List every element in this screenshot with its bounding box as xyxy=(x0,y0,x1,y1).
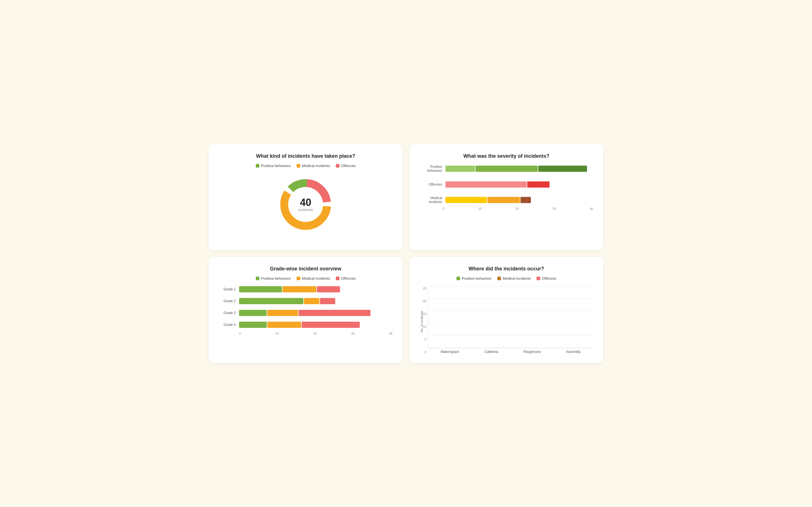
chart4-legend-medical: Medical incidents xyxy=(497,276,531,281)
donut-chart: 40 incidents xyxy=(277,176,334,233)
donut-sublabel: incidents xyxy=(298,208,313,212)
grid-overlay xyxy=(428,286,593,348)
severity-seg-p2 xyxy=(476,166,538,172)
severity-seg-m2 xyxy=(488,197,520,203)
severity-chart: Positivebehaviour Offences Medicalincide… xyxy=(419,165,593,210)
chart4-offences-label: Offences xyxy=(542,276,557,281)
severity-label-medical: Medicalincidents xyxy=(419,196,442,204)
grade-1-bar xyxy=(239,286,393,292)
x-label-playground: Playground xyxy=(523,350,541,354)
chart4-offences-dot xyxy=(537,277,540,280)
chart4-title: Where did the incidents occur? xyxy=(419,266,593,272)
g2-medical xyxy=(304,298,319,304)
chart3-legend: Positive behaviour Medical incidents Off… xyxy=(219,276,393,281)
grade-row-1: Grade 1 xyxy=(219,286,393,292)
donut-total: 40 xyxy=(298,198,313,208)
grade-4-bar xyxy=(239,322,393,328)
legend-offences: Offences xyxy=(336,164,356,168)
chart4-medical-label: Medical incidents xyxy=(503,276,531,281)
chart3-legend-positive: Positive behaviour xyxy=(256,276,291,281)
grade-chart: Grade 1 Grade 2 Grade 3 xyxy=(219,286,393,335)
grade-row-3: Grade 3 xyxy=(219,310,393,316)
legend-positive-label: Positive behaviour xyxy=(261,164,291,168)
severity-seg-p1 xyxy=(446,166,475,172)
g1-medical xyxy=(283,286,316,292)
severity-seg-m1 xyxy=(446,197,487,203)
grouped-chart-inner: Makerspace Cafeteria Playground Assembly xyxy=(428,286,593,354)
severity-bar-offences xyxy=(446,181,593,187)
x-label-makerspace: Makerspace xyxy=(441,350,459,354)
y-axis-label: No. of incidents xyxy=(420,311,423,332)
g3-offences xyxy=(299,310,371,316)
chart3-offences-dot xyxy=(336,277,340,280)
x-label-cafeteria: Cafeteria xyxy=(485,350,498,354)
chart4-legend: Positive behaviour Medical incidents Off… xyxy=(419,276,593,281)
severity-bar-positive xyxy=(446,166,593,172)
grade-row-2: Grade 2 xyxy=(219,298,393,304)
card-severity: What was the severity of incidents? Posi… xyxy=(409,144,603,250)
grade-row-4: Grade 4 xyxy=(219,322,393,328)
g2-offences xyxy=(320,298,335,304)
severity-label-positive: Positivebehaviour xyxy=(419,165,442,173)
legend-medical: Medical incidents xyxy=(297,164,330,168)
chart4-legend-offences: Offences xyxy=(537,276,557,281)
severity-seg-o2 xyxy=(527,181,550,187)
positive-color-dot xyxy=(256,164,259,168)
chart1-title: What kind of incidents have taken place? xyxy=(219,153,393,159)
chart3-medical-dot xyxy=(297,277,300,280)
severity-bar-medical xyxy=(446,197,593,203)
grade-2-label: Grade 2 xyxy=(219,299,236,303)
severity-row-positive: Positivebehaviour xyxy=(419,165,593,173)
card-incident-types: What kind of incidents have taken place?… xyxy=(209,144,403,250)
grade-2-bar xyxy=(239,298,393,304)
chart4-positive-label: Positive behaviour xyxy=(462,276,492,281)
grade-3-bar xyxy=(239,310,393,316)
severity-label-offences: Offences xyxy=(419,182,442,186)
chart3-legend-medical: Medical incidents xyxy=(297,276,330,281)
chart3-legend-offences: Offences xyxy=(336,276,356,281)
severity-row-offences: Offences xyxy=(419,181,593,187)
grade-4-label: Grade 4 xyxy=(219,323,236,327)
legend-medical-label: Medical incidents xyxy=(302,164,330,168)
card-location: Where did the incidents occur? Positive … xyxy=(409,257,603,363)
medical-color-dot xyxy=(297,164,300,168)
legend-offences-label: Offences xyxy=(341,164,356,168)
chart1-legend: Positive behaviour Medical incidents Off… xyxy=(219,164,393,168)
chart4-positive-dot xyxy=(456,277,460,280)
legend-positive: Positive behaviour xyxy=(256,164,291,168)
chart2-title: What was the severity of incidents? xyxy=(419,153,593,159)
x-axis-labels: Makerspace Cafeteria Playground Assembly xyxy=(428,348,593,354)
grade-1-label: Grade 1 xyxy=(219,287,236,291)
severity-seg-p3 xyxy=(538,166,587,172)
offences-color-dot xyxy=(336,164,340,168)
chart4-legend-positive: Positive behaviour xyxy=(456,276,492,281)
g2-positive xyxy=(239,298,303,304)
donut-container: 40 incidents xyxy=(219,173,393,235)
g4-positive xyxy=(239,322,267,328)
grade-3-label: Grade 3 xyxy=(219,311,236,315)
chart4-area: 0 5 10 15 20 25 xyxy=(419,286,593,354)
g4-offences xyxy=(302,322,360,328)
x-label-assembly: Assembly xyxy=(566,350,580,354)
g1-positive xyxy=(239,286,282,292)
chart4-medical-dot xyxy=(497,277,501,280)
chart3-title: Grade-wise incident overview xyxy=(219,266,393,272)
severity-row-medical: Medicalincidents xyxy=(419,196,593,204)
grade-x-axis: 0 10 20 30 40 xyxy=(219,332,393,335)
chart3-positive-dot xyxy=(256,277,259,280)
g4-medical xyxy=(267,322,301,328)
dashboard: What kind of incidents have taken place?… xyxy=(209,144,603,363)
g3-medical xyxy=(267,310,298,316)
chart3-positive-label: Positive behaviour xyxy=(261,276,291,281)
g3-positive xyxy=(239,310,267,316)
severity-x-axis: 0 10 20 30 40 xyxy=(419,207,593,210)
severity-seg-m3 xyxy=(520,197,531,203)
g1-offences xyxy=(317,286,340,292)
chart3-medical-label: Medical incidents xyxy=(302,276,330,281)
severity-seg-o1 xyxy=(446,181,527,187)
bars-area xyxy=(428,286,593,348)
donut-center: 40 incidents xyxy=(298,198,313,212)
card-grade-overview: Grade-wise incident overview Positive be… xyxy=(209,257,403,363)
chart3-offences-label: Offences xyxy=(341,276,356,281)
